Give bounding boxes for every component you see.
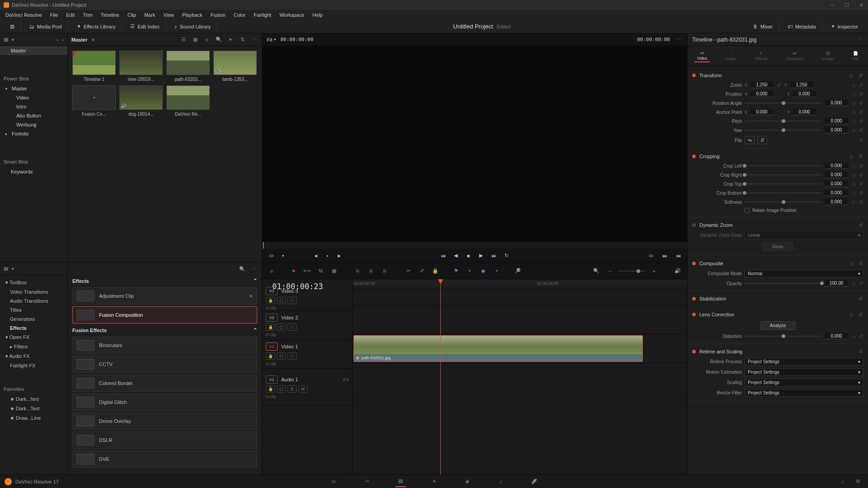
keyframe-icon[interactable]: ◇ — [851, 172, 856, 178]
crop-left-slider[interactable] — [745, 165, 822, 166]
enable-dot[interactable] — [692, 223, 696, 227]
tab-effects[interactable]: ✦Effects — [752, 50, 770, 62]
fx-drone-overlay[interactable]: Drone Overlay — [72, 413, 257, 430]
timeline-clip[interactable]: ⊕path-832031.jpg — [354, 335, 643, 362]
fx-filters[interactable]: ▸ Filters — [0, 342, 67, 352]
bin-keywords[interactable]: Keywords — [0, 167, 67, 176]
menu-help[interactable]: Help — [309, 11, 326, 19]
viewer-scrubber[interactable] — [262, 241, 687, 249]
bin-power-master[interactable]: Master — [0, 84, 67, 93]
trim-tool-icon[interactable]: ⟷ — [302, 266, 312, 276]
distortion-slider[interactable] — [745, 336, 822, 337]
enable-dot[interactable] — [692, 350, 696, 353]
media-item-river[interactable]: river-29519... — [119, 51, 163, 82]
fx-fusion-composition[interactable]: Fusion Composition — [72, 306, 257, 324]
close-icon[interactable]: ✕ — [858, 2, 864, 8]
zoom-slider[interactable] — [618, 271, 646, 272]
media-item-fusion[interactable]: ✦Fusion Co... — [72, 85, 116, 117]
zoom-x-value[interactable]: 1.250 — [750, 82, 774, 88]
menu-davinci[interactable]: DaVinci Resolve — [2, 11, 46, 19]
reset-icon[interactable]: ↺ — [857, 348, 863, 355]
reset-icon[interactable]: ↺ — [857, 222, 863, 228]
marker-flag-icon[interactable]: ⚑ — [451, 266, 461, 276]
section-stabilization[interactable]: Stabilization — [699, 296, 854, 301]
sound-library-button[interactable]: ♪Sound Library — [173, 23, 212, 30]
bin-abo[interactable]: Abo Button — [0, 111, 67, 120]
match-frame-icon[interactable]: ▭ — [646, 251, 656, 260]
crop-top-slider[interactable] — [745, 183, 822, 184]
razor-icon[interactable]: ✂ — [403, 266, 413, 276]
media-page-icon[interactable]: ▭ — [328, 476, 339, 487]
zoom-y-value[interactable]: 1.250 — [790, 82, 813, 88]
rotation-value[interactable]: 0.000 — [825, 100, 848, 106]
auto-select-icon[interactable]: ▢ — [277, 324, 286, 331]
reset-icon[interactable]: ↺ — [857, 296, 863, 302]
analyze-button[interactable]: Analyze — [760, 321, 796, 330]
thumb-view-icon[interactable]: ▦ — [191, 36, 199, 44]
swap-button[interactable]: Swap — [763, 242, 793, 251]
media-item-timeline1[interactable]: Timeline 1 — [72, 51, 116, 82]
fx-generators[interactable]: Generators — [0, 314, 67, 324]
flip-h-icon[interactable]: ⇋ — [745, 136, 755, 144]
menu-trim[interactable]: Trim — [79, 11, 96, 19]
reset-icon[interactable]: ↺ — [858, 109, 863, 115]
fx-dve[interactable]: DVE — [72, 450, 257, 468]
section-lens-correction[interactable]: Lens Correction — [699, 312, 844, 317]
mute-icon[interactable]: M — [298, 385, 307, 393]
deliver-page-icon[interactable]: 🚀 — [529, 476, 540, 487]
search-icon[interactable]: 🔍 — [215, 36, 223, 44]
reset-icon[interactable]: ↺ — [857, 311, 863, 318]
fx-more-icon[interactable]: ⋯ — [250, 265, 258, 273]
solo-icon[interactable]: S — [288, 385, 297, 393]
disable-icon[interactable]: □ — [288, 352, 297, 360]
jog-right-icon[interactable]: ▶ — [335, 251, 344, 260]
star-icon[interactable]: ★ — [249, 293, 253, 299]
media-item-davinci[interactable]: DaVinci Re... — [166, 85, 210, 117]
fav-2[interactable]: ★ Dark...Text — [0, 404, 67, 413]
menu-mark[interactable]: Mark — [141, 11, 159, 19]
timeline-canvas[interactable]: 01:00:00:00 01:00:16:00 ⊕path-832031.jpg — [353, 279, 687, 474]
jog-left-icon[interactable]: ◀ — [311, 251, 320, 260]
reset-icon[interactable]: ↺ — [858, 82, 863, 88]
reset-icon[interactable]: ↺ — [858, 181, 863, 187]
fx-fairlightfx[interactable]: Fairlight FX — [0, 361, 67, 370]
chevron-down-icon[interactable]: ▾ — [492, 266, 502, 276]
track-header-v1[interactable]: V1Video 1 🔒▢□ 1 Clip — [262, 340, 352, 369]
first-frame-icon[interactable]: ⏮ — [439, 251, 448, 260]
keyframe-icon[interactable]: ◇ — [851, 127, 856, 133]
playhead[interactable] — [440, 279, 441, 474]
fx-audio-transitions[interactable]: Audio Transitions — [0, 296, 67, 305]
keyframe-icon[interactable]: ◇ — [851, 333, 856, 339]
zoom-in-icon[interactable]: + — [649, 266, 659, 276]
tab-image[interactable]: 🖼Image — [820, 50, 836, 62]
keyframe-icon[interactable]: ◇ — [851, 281, 856, 286]
bin-video[interactable]: Video — [0, 93, 67, 102]
keyframe-icon[interactable]: ◇ — [851, 190, 856, 196]
section-composite[interactable]: Composite — [699, 261, 844, 266]
media-item-path[interactable]: path-83203... — [166, 51, 210, 82]
retain-checkbox[interactable] — [745, 208, 750, 213]
media-item-dog[interactable]: dog-18014... — [119, 85, 163, 117]
reset-icon[interactable]: ↺ — [858, 127, 863, 133]
play-icon[interactable]: ▶ — [476, 251, 486, 260]
lock-icon[interactable]: 🔒 — [266, 324, 275, 331]
track-header-v2[interactable]: V2Video 2 🔒▢□ 0 Clip — [262, 311, 352, 340]
fusion-page-icon[interactable]: ✦ — [429, 476, 439, 487]
fx-cctv[interactable]: CCTV — [72, 356, 257, 373]
chevron-down-icon[interactable]: ▾ — [278, 251, 288, 260]
reset-icon[interactable]: ↺ — [858, 91, 863, 97]
fit-dropdown[interactable]: Fit ▾ — [267, 37, 276, 42]
prev-icon[interactable]: ‹ — [57, 37, 59, 42]
keyframe-icon[interactable]: ◇ — [848, 311, 854, 318]
zoom-out-icon[interactable]: − — [605, 266, 615, 276]
tl-track-v2[interactable] — [353, 305, 687, 334]
enable-dot[interactable] — [692, 297, 696, 300]
yaw-value[interactable]: 0.000 — [825, 127, 848, 133]
chevron-down-icon[interactable]: ▾ — [12, 267, 14, 271]
pitch-value[interactable]: 0.000 — [825, 118, 848, 124]
bin-intro[interactable]: Intro — [0, 102, 67, 111]
menu-fusion[interactable]: Fusion — [207, 11, 229, 19]
fx-view-icon[interactable]: ▤ — [4, 266, 8, 272]
effects-library-button[interactable]: ✦Effects Library — [75, 23, 117, 30]
pos-y-value[interactable]: 0.000 — [793, 91, 816, 97]
